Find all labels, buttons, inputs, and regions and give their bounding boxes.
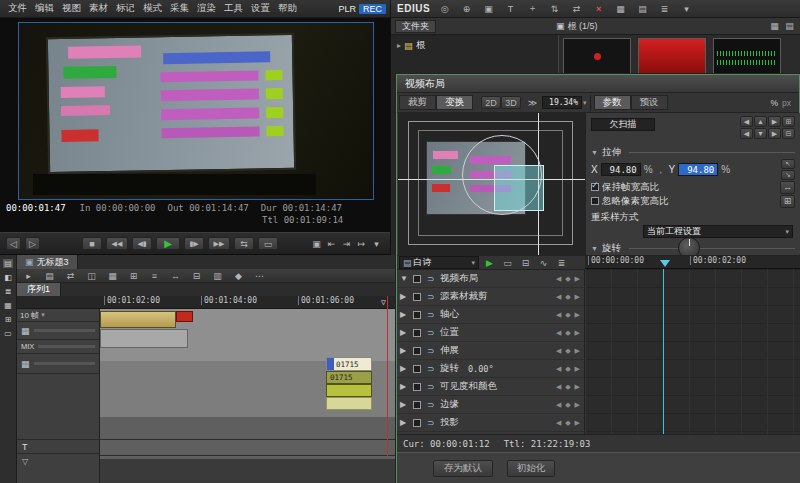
video-track-icon[interactable]: ▦ [21, 326, 30, 336]
expander-icon[interactable]: ▶ [400, 328, 410, 337]
rewind-icon[interactable]: ◀◀ [106, 237, 128, 250]
mode-2d-button[interactable]: 2D [481, 96, 501, 109]
tree-checkbox[interactable] [413, 329, 421, 337]
timeline-scale-select[interactable]: 10 帧 ▾ [17, 309, 99, 322]
menu-mode[interactable]: 模式 [139, 2, 166, 15]
underscan-button[interactable]: 欠扫描 [591, 118, 655, 131]
tool-detail-icon[interactable]: ▥ [210, 269, 225, 282]
mode-3d-button[interactable]: 3D [501, 96, 521, 109]
tree-checkbox[interactable] [413, 347, 421, 355]
tree-row-anchor[interactable]: ▶ ⊃ 轴心 ◀ ◆ ▶ [397, 306, 584, 324]
kf-nav-buttons[interactable]: ◀ ◆ ▶ [556, 329, 581, 337]
timeline-playhead-marker[interactable]: ▽ [381, 298, 386, 307]
nudge-right-icon[interactable]: ▶ [768, 116, 781, 127]
tree-checkbox[interactable] [413, 419, 421, 427]
folder-tree-root[interactable]: ▸ ▤ 根 [391, 35, 558, 51]
section-collapse-icon[interactable]: ▼ [591, 149, 598, 156]
fit-diag-icon[interactable]: ↖ [781, 159, 795, 169]
kf-nav-buttons[interactable]: ◀ ◆ ▶ [556, 347, 581, 355]
tree-row-position[interactable]: ▶ ⊃ 位置 ◀ ◆ ▶ [397, 324, 584, 342]
keep-aspect-checkbox[interactable]: ✓ [591, 183, 599, 191]
kf-nav-buttons[interactable]: ◀ ◆ ▶ [556, 275, 581, 283]
kf-nav-buttons[interactable]: ◀ ◆ ▶ [556, 293, 581, 301]
expander-icon[interactable]: ▸ [397, 41, 401, 50]
fit-width-icon[interactable]: ↔ [780, 181, 795, 194]
delete-icon[interactable]: × [591, 2, 606, 15]
zoom-dropdown-icon[interactable]: ▾ [583, 99, 587, 107]
fill-diag-icon[interactable]: ↘ [781, 170, 795, 180]
rotation-circle-handle[interactable] [462, 135, 542, 215]
tree-checkbox[interactable] [413, 311, 421, 319]
nudge-expand-icon[interactable]: ⊞ [782, 116, 795, 127]
tree-checkbox[interactable] [413, 293, 421, 301]
tree-row-edge[interactable]: ▶ ⊃ 边缘 ◀ ◆ ▶ [397, 396, 584, 414]
zoom-level-select[interactable]: 19.34% [542, 96, 582, 109]
menu-tools[interactable]: 工具 [220, 2, 247, 15]
kf-monitor-icon[interactable]: ▭ [500, 256, 515, 269]
tree-checkbox[interactable] [413, 365, 421, 373]
tree-row-shadow[interactable]: ▶ ⊃ 投影 ◀ ◆ ▶ [397, 414, 584, 432]
jump-icon[interactable]: ↦ [354, 237, 369, 250]
clip-thumbnail[interactable] [638, 38, 706, 74]
kf-play-icon[interactable]: ▶ [482, 256, 497, 269]
kf-nav-buttons[interactable]: ◀ ◆ ▶ [556, 311, 581, 319]
timeline-clip-red[interactable] [176, 311, 193, 322]
set-in-icon[interactable]: ⇤ [324, 237, 339, 250]
tree-checkbox[interactable] [413, 275, 421, 283]
menu-settings[interactable]: 设置 [247, 2, 274, 15]
sequence-tab[interactable]: 序列1 [17, 283, 61, 296]
timeline-clip-01715[interactable]: 01715 [326, 357, 372, 371]
swap-icon[interactable]: ⇄ [569, 2, 584, 15]
timeline-clip-gray[interactable] [100, 329, 188, 348]
menu-clip[interactable]: 素材 [85, 2, 112, 15]
tree-row-rotation[interactable]: ▶ ⊃ 旋转 0.00° ◀ ◆ ▶ [397, 360, 584, 378]
kf-nav-buttons[interactable]: ◀ ◆ ▶ [556, 365, 581, 373]
tool-more-icon[interactable]: ⋯ [252, 269, 267, 282]
tool-keyframe-icon[interactable]: ◆ [231, 269, 246, 282]
nudge-up-icon[interactable]: ▲ [754, 116, 767, 127]
expander-icon[interactable]: ▶ [400, 364, 410, 373]
track-header-t[interactable]: T [17, 440, 99, 454]
tree-checkbox[interactable] [413, 383, 421, 391]
tool-bin-icon[interactable]: ▤ [42, 269, 57, 282]
thumbnail-view-icon[interactable]: ▦ [767, 20, 782, 33]
stretch-y-input[interactable]: 94.80 [678, 163, 718, 176]
tab-transform[interactable]: 变换 [436, 95, 473, 110]
layout-dropdown-icon[interactable]: ▾ [679, 2, 694, 15]
loop-icon[interactable]: ⇆ [234, 237, 254, 250]
tool-insert-icon[interactable]: ◫ [84, 269, 99, 282]
kf-playhead-line[interactable] [663, 269, 664, 434]
save-default-button[interactable]: 存为默认 [433, 460, 493, 477]
panel-icon-add[interactable]: ⊞ [5, 315, 12, 324]
menu-capture[interactable]: 采集 [166, 2, 193, 15]
kf-playhead-handle[interactable] [660, 260, 670, 267]
menu-file[interactable]: 文件 [4, 2, 31, 15]
search-icon[interactable]: ◎ [437, 2, 452, 15]
swap-vertical-icon[interactable]: ⇅ [547, 2, 562, 15]
nudge-left2-icon[interactable]: ◀ [740, 128, 753, 139]
kf-collapse-icon[interactable]: ⊟ [518, 256, 533, 269]
grid-view-icon[interactable]: ▦ [613, 2, 628, 15]
tool-pointer-icon[interactable]: ▸ [21, 269, 36, 282]
expander-icon[interactable]: ▶ [400, 310, 410, 319]
nudge-left-icon[interactable]: ◀ [740, 116, 753, 127]
tab-parameters[interactable]: 参数 [594, 95, 631, 110]
play-icon[interactable]: ▶ [156, 237, 180, 250]
clip-thumbnail[interactable] [563, 38, 631, 74]
kf-nav-buttons[interactable]: ◀ ◆ ▶ [556, 419, 581, 427]
stretch-section-header[interactable]: ▼ 拉伸 [591, 146, 795, 159]
bin-folder-tab[interactable]: 文件夹 [395, 20, 436, 33]
clip-thumbnail[interactable] [713, 38, 781, 74]
kf-curve-icon[interactable]: ∿ [536, 256, 551, 269]
panel-icon-list[interactable]: ≣ [5, 287, 12, 296]
keep-aspect-row[interactable]: ✓ 保持帧宽高比 ↔ [591, 180, 795, 194]
tree-row-video-layout[interactable]: ▼ ⊃ 视频布局 ◀ ◆ ▶ [397, 270, 584, 288]
timeline-ruler[interactable]: 00:01:02:00 00:01:04:00 00:01:06:00 ▽ [17, 296, 396, 309]
kf-nav-buttons[interactable]: ◀ ◆ ▶ [556, 383, 581, 391]
prev-frame-icon[interactable]: ◀▮ [132, 237, 152, 250]
tool-grid-icon[interactable]: ▦ [105, 269, 120, 282]
tool-add-icon[interactable]: ⊞ [126, 269, 141, 282]
expander-icon[interactable]: ▶ [400, 292, 410, 301]
bin-clips-tab[interactable]: ▣ 根 (1/5) [556, 20, 598, 33]
jog-fwd-icon[interactable]: ▷ [25, 237, 40, 250]
